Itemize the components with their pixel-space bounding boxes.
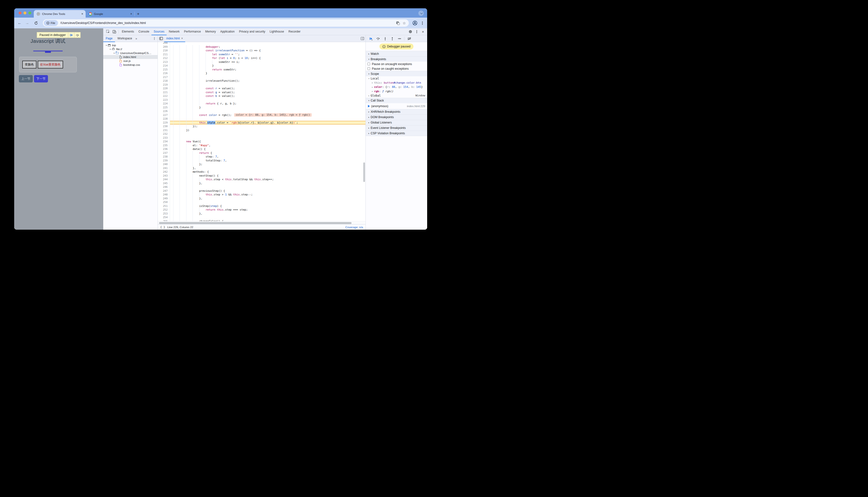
close-editor-tab-icon[interactable]: × [181,37,183,40]
back-button[interactable]: ← [18,21,22,25]
sidebar-section-global-listeners[interactable]: ▸Global Listeners [366,120,427,125]
step-over-button[interactable] [74,32,81,38]
resume-script-button[interactable] [68,32,74,38]
sidebar-section-xhr-fetch-breakpoints[interactable]: ▸XHR/fetch Breakpoints [366,109,427,114]
code-line-237[interactable]: 237return { [158,151,366,155]
code-line-235[interactable]: 235el: "#app", [158,144,366,147]
sidebar-section-csp-violation-breakpoints[interactable]: ▸CSP Violation Breakpoints [366,131,427,136]
browser-menu-icon[interactable] [422,23,423,24]
tree-item-vue-js[interactable]: vue.js [103,59,158,63]
line-number-213[interactable]: 213 [158,60,170,64]
line-number-232[interactable]: 232 [158,132,170,136]
step-out-of-current-function-button[interactable] [389,36,395,42]
code-line-216[interactable]: 216} [158,71,366,75]
code-line-222[interactable]: 222const b = value(); [158,94,366,98]
code-line-241[interactable]: 241}, [158,166,366,170]
line-number-243[interactable]: 243 [158,174,170,178]
code-line-220[interactable]: 220const r = value(); [158,87,366,90]
code-line-234[interactable]: 234new Vue({ [158,140,366,144]
code-line-208[interactable]: 208 [158,42,366,45]
line-number-226[interactable]: 226 [158,109,170,113]
line-number-242[interactable]: 242 [158,170,170,174]
line-number-224[interactable]: 224 [158,102,170,106]
code-line-230[interactable]: 230}); [158,125,366,128]
code-line-211[interactable]: 211let someStr = ''; [158,53,366,57]
line-number-208[interactable]: 208 [158,42,170,45]
tab-close-icon[interactable]: × [130,12,132,16]
next-section-button[interactable]: 下一节 [34,75,48,82]
line-number-233[interactable]: 233 [158,136,170,140]
code-line-225[interactable]: 225} [158,106,366,110]
reload-button[interactable] [33,20,39,26]
line-number-231[interactable]: 231 [158,128,170,132]
devtools-tab-network[interactable]: Network [167,28,182,35]
line-number-225[interactable]: 225 [158,106,170,110]
line-number-235[interactable]: 235 [158,144,170,147]
line-number-218[interactable]: 218 [158,79,170,83]
close-window-button[interactable] [18,12,22,14]
line-number-209[interactable]: 209 [158,45,170,49]
code-line-221[interactable]: 221const g = value(); [158,90,366,95]
code-line-215[interactable]: 215return someStr; [158,68,366,72]
devtools-tab-console[interactable]: Console [136,28,152,35]
scope-variable[interactable]: ▸this: button#change-color-btn [366,81,427,85]
more-tabs-icon[interactable]: » [134,37,138,40]
code-line-250[interactable]: 250 [158,200,366,204]
tree-item-file[interactable]: ▾file:// [103,47,158,51]
line-number-236[interactable]: 236 [158,147,170,151]
device-toolbar-icon[interactable] [111,29,117,35]
call-stack-frame[interactable]: (anonymous)index.html:229 [366,103,427,109]
line-number-223[interactable]: 223 [158,98,170,102]
expand-arrow-icon[interactable]: ▾ [109,48,112,51]
devtools-tab-performance[interactable]: Performance [182,28,203,35]
address-bar[interactable]: File /Users/eve/Desktop/CS/Frontend/chro… [43,19,409,27]
code-line-233[interactable]: 233 [158,136,366,140]
scope-group-global[interactable]: ▸GlobalWindow [366,94,427,98]
line-number-247[interactable]: 247 [158,189,170,193]
code-line-254[interactable]: 254 [158,215,366,219]
line-number-238[interactable]: 238 [158,155,170,159]
line-number-234[interactable]: 234 [158,140,170,144]
sidebar-section-scope[interactable]: ▾Scope [366,71,427,76]
code-line-214[interactable]: 214} [158,64,366,68]
step-button[interactable] [396,36,402,42]
code-line-219[interactable]: 219 [158,83,366,87]
file-scheme-chip[interactable]: File [44,20,58,26]
sidebar-section-call-stack[interactable]: ▾Call Stack [366,98,427,103]
code-line-242[interactable]: 242methods: { [158,170,366,174]
devtools-tab-privacy-and-security[interactable]: Privacy and security [237,28,267,35]
collapse-debugger-sidebar-icon[interactable] [359,36,366,42]
line-number-221[interactable]: 221 [158,90,170,95]
step-into-next-call-button[interactable] [382,36,388,42]
code-line-224[interactable]: 224return { r, g, b }; [158,102,366,106]
change-color-in-vue-button[interactable]: 在Vue里变颜色 [38,61,63,69]
code-line-240[interactable]: 240}; [158,162,366,166]
line-number-227[interactable]: 227 [158,113,170,117]
sidebar-section-event-listener-breakpoints[interactable]: ▸Event Listener Breakpoints [366,125,427,131]
line-number-212[interactable]: 212 [158,56,170,60]
code-line-227[interactable]: 227const color = rgb();color = {r: 88, g… [158,113,366,117]
checkbox-icon[interactable] [368,67,370,70]
devtools-tab-elements[interactable]: Elements [119,28,136,35]
sidebar-section-dom-breakpoints[interactable]: ▸DOM Breakpoints [366,114,427,120]
line-number-244[interactable]: 244 [158,178,170,182]
zoom-window-button[interactable] [28,12,31,14]
tab-close-icon[interactable]: × [81,12,83,16]
chevron-right-icon[interactable]: ▸ [371,86,374,88]
line-number-248[interactable]: 248 [158,193,170,197]
checkbox-icon[interactable] [368,62,370,65]
devtools-tab-application[interactable]: Application [218,28,237,35]
code-line-229[interactable]: 229this.style.color = `rgb(${color.r}, $… [158,121,366,125]
scope-variable[interactable]: ▸color: {r: 88, g: 154, b: 145} [366,85,427,89]
line-number-214[interactable]: 214 [158,64,170,68]
line-number-252[interactable]: 252 [158,208,170,212]
new-tab-button[interactable]: + [135,10,142,18]
line-number-250[interactable]: 250 [158,200,170,204]
scope-group-local[interactable]: ▾Local [366,76,427,81]
tree-item-index-html[interactable]: index.html [103,55,158,59]
tab-workspace[interactable]: Workspace [115,35,134,42]
line-number-211[interactable]: 211 [158,53,170,57]
line-number-210[interactable]: 210 [158,49,170,53]
code-line-239[interactable]: 239totalStep: 7, [158,159,366,162]
line-number-217[interactable]: 217 [158,75,170,79]
